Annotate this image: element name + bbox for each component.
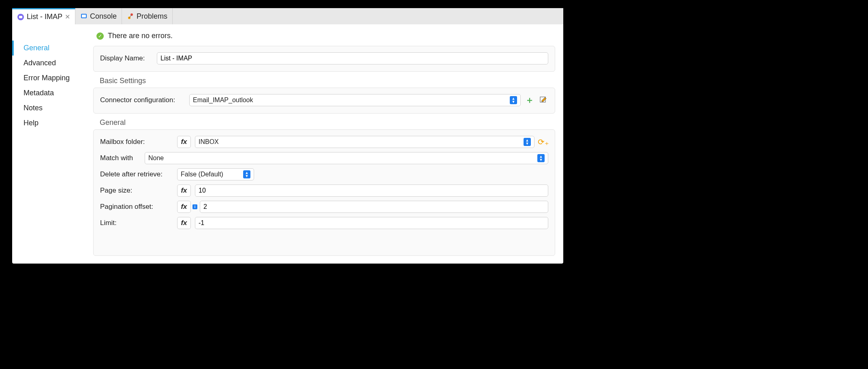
problems-icon [127,13,134,20]
close-icon[interactable]: ✕ [65,13,70,21]
tab-bar: List - IMAP ✕ Console Problems [12,8,563,24]
refresh-button[interactable]: ⟳₊ [539,137,548,147]
tab-console[interactable]: Console [75,8,122,24]
connector-config-value: Email_IMAP_outlook [193,97,253,104]
basic-settings-title: Basic Settings [93,77,555,88]
chevron-updown-icon: ▲▼ [510,96,517,104]
fx-button[interactable]: fx [177,136,191,148]
svg-line-6 [129,15,132,18]
connector-config-label: Connector configuration: [100,96,185,104]
fx-button[interactable]: fx [177,201,191,213]
sidebar-item-metadata[interactable]: Metadata [12,86,85,101]
tab-list-imap[interactable]: List - IMAP ✕ [12,8,75,24]
status-row: ✓ There are no errors. [93,30,555,46]
add-button[interactable]: ＋ [525,95,534,105]
pagination-offset-input[interactable] [200,201,548,213]
pagination-offset-label: Pagination offset: [100,203,173,211]
match-with-select[interactable]: None ▲▼ [145,152,548,164]
check-icon: ✓ [96,32,104,40]
sidebar-item-label: Notes [24,104,43,112]
tab-label: Console [90,12,117,21]
edit-button[interactable] [539,95,548,105]
status-message: There are no errors. [108,32,173,40]
sidebar-item-label: Help [24,119,38,127]
sidebar-item-error-mapping[interactable]: Error Mapping [12,71,85,86]
sidebar: General Advanced Error Mapping Metadata … [12,24,85,264]
info-icon: i [192,204,197,209]
limit-label: Limit: [100,219,173,227]
delete-after-retrieve-select[interactable]: False (Default) ▲▼ [177,168,254,180]
delete-after-retrieve-value: False (Default) [181,171,223,178]
mailbox-folder-label: Mailbox folder: [100,138,173,146]
svg-rect-1 [19,16,22,18]
page-size-label: Page size: [100,187,173,195]
limit-input[interactable] [195,217,548,229]
tab-label: Problems [137,12,167,21]
basic-settings-panel: Connector configuration: Email_IMAP_outl… [93,88,555,114]
connector-config-select[interactable]: Email_IMAP_outlook ▲▼ [189,94,521,106]
page-size-input[interactable] [195,184,548,197]
fx-button[interactable]: fx [177,217,191,229]
mailbox-folder-select[interactable]: INBOX ▲▼ [195,136,534,148]
imap-icon [17,13,24,21]
chevron-updown-icon: ▲▼ [524,138,531,146]
delete-after-retrieve-label: Delete after retrieve: [100,170,173,178]
chevron-updown-icon: ▲▼ [243,170,250,178]
tab-problems[interactable]: Problems [122,8,173,24]
sidebar-item-help[interactable]: Help [12,116,85,131]
display-name-panel: Display Name: [93,46,555,72]
mailbox-folder-value: INBOX [199,138,219,146]
sidebar-item-label: General [24,44,49,52]
display-name-input[interactable] [157,52,548,64]
sidebar-item-notes[interactable]: Notes [12,101,85,116]
content-pane: ✓ There are no errors. Display Name: Bas… [85,24,563,264]
sidebar-item-advanced[interactable]: Advanced [12,56,85,71]
chevron-updown-icon: ▲▼ [537,154,545,162]
svg-rect-3 [82,15,86,17]
sidebar-item-general[interactable]: General [12,41,85,56]
display-name-label: Display Name: [100,54,153,62]
sidebar-item-label: Error Mapping [24,74,70,82]
match-with-value: None [148,154,164,162]
sidebar-item-label: Advanced [24,59,56,67]
match-with-label: Match with [100,154,141,162]
fx-button[interactable]: fx [177,184,191,197]
general-panel: Mailbox folder: fx INBOX ▲▼ ⟳₊ Match wit… [93,129,555,256]
console-icon [80,13,88,20]
config-window: List - IMAP ✕ Console Problems General A… [12,8,563,264]
sidebar-item-label: Metadata [24,89,54,97]
general-section-title: General [93,118,555,129]
tab-label: List - IMAP [27,13,62,21]
